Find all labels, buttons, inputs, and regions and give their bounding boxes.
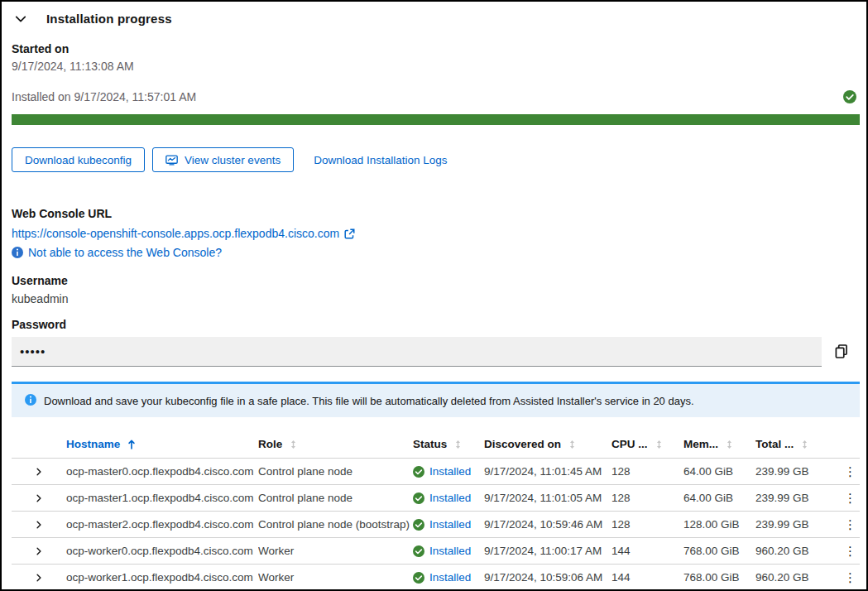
table-row: ocp-master2.ocp.flexpodb4.cisco.com Cont… [12, 512, 860, 538]
host-hostname: ocp-worker0.ocp.flexpodb4.cisco.com [66, 545, 258, 557]
host-status-link[interactable]: Installed [429, 492, 471, 504]
host-discovered-on: 9/17/2024, 11:01:05 AM [484, 492, 611, 504]
column-header-status[interactable]: Status [413, 438, 484, 450]
check-circle-icon [843, 90, 856, 103]
column-header-discovered-on[interactable]: Discovered on [484, 438, 611, 450]
host-status-link[interactable]: Installed [429, 518, 471, 531]
installed-on-text: Installed on 9/17/2024, 11:57:01 AM [12, 90, 196, 103]
host-hostname: ocp-master1.ocp.flexpodb4.cisco.com [66, 492, 258, 504]
column-header-hostname[interactable]: Hostname [66, 438, 258, 450]
check-circle-icon [413, 519, 424, 531]
host-hostname: ocp-master2.ocp.flexpodb4.cisco.com [66, 518, 258, 531]
host-total-storage: 960.20 GB [755, 545, 839, 557]
host-role: Control plane node (bootstrap) [258, 518, 413, 531]
hosts-table: Hostname Role Status Discovered on CPU .… [12, 430, 860, 591]
angle-right-icon [35, 468, 43, 476]
host-memory: 128.00 GiB [683, 518, 755, 531]
kubeconfig-info-alert-text: Download and save your kubeconfig file i… [44, 394, 694, 407]
row-actions-kebab-button[interactable]: ⋮ [839, 464, 860, 479]
expand-row-button[interactable] [29, 541, 49, 561]
row-actions-kebab-button[interactable]: ⋮ [839, 490, 860, 506]
column-header-role[interactable]: Role [258, 438, 413, 450]
host-total-storage: 239.99 GB [755, 492, 839, 504]
host-memory: 64.00 GiB [683, 465, 755, 478]
download-kubeconfig-button[interactable]: Download kubeconfig [12, 147, 145, 172]
column-header-total-storage[interactable]: Total ... [755, 438, 839, 450]
row-actions-kebab-button[interactable]: ⋮ [839, 569, 860, 585]
host-cpu-cores: 128 [611, 518, 683, 531]
arrows-vertical-icon [454, 440, 462, 449]
row-actions-kebab-button[interactable]: ⋮ [839, 543, 860, 559]
cpu-header-label: CPU ... [611, 438, 648, 450]
role-header-label: Role [258, 438, 282, 450]
host-cpu-cores: 128 [611, 492, 683, 504]
long-arrow-up-icon [127, 440, 136, 449]
password-field[interactable]: ••••• [12, 337, 822, 367]
host-cpu-cores: 144 [611, 571, 683, 584]
host-status-link[interactable]: Installed [429, 465, 471, 478]
host-total-storage: 239.99 GB [755, 518, 839, 531]
accordion-header-installation-progress[interactable]: Installation progress [12, 8, 856, 29]
arrows-vertical-icon [568, 440, 576, 449]
host-status-link[interactable]: Installed [429, 545, 471, 557]
external-link-icon[interactable] [344, 228, 355, 239]
kubeconfig-info-alert: Download and save your kubeconfig file i… [12, 382, 860, 417]
hosts-table-header: Hostname Role Status Discovered on CPU .… [12, 430, 860, 459]
total-storage-header-label: Total ... [755, 438, 794, 450]
angle-right-icon [35, 521, 43, 529]
info-icon [25, 394, 36, 406]
host-role: Worker [258, 571, 413, 584]
copy-password-button[interactable] [822, 337, 860, 367]
download-installation-logs-label: Download Installation Logs [314, 154, 447, 166]
web-console-url-link[interactable]: https://console-openshift-console.apps.o… [12, 227, 339, 240]
arrows-vertical-icon [655, 440, 663, 449]
discovered-on-header-label: Discovered on [484, 438, 561, 450]
table-row: ocp-worker1.ocp.flexpodb4.cisco.com Work… [12, 565, 860, 591]
web-console-help-label[interactable]: Not able to access the Web Console? [28, 246, 222, 259]
expand-row-button[interactable] [29, 515, 49, 535]
table-row: ocp-master0.ocp.flexpodb4.cisco.com Cont… [12, 459, 860, 485]
check-circle-icon [413, 545, 424, 557]
expand-row-button[interactable] [29, 488, 49, 508]
arrows-vertical-icon [726, 440, 733, 449]
arrows-vertical-icon [290, 440, 297, 449]
web-console-help-link[interactable]: Not able to access the Web Console? [12, 246, 856, 259]
table-row: ocp-worker0.ocp.flexpodb4.cisco.com Work… [12, 538, 860, 565]
status-header-label: Status [413, 438, 447, 450]
installation-progress-panel: Installation progress Started on 9/17/20… [0, 0, 868, 591]
username-value: kubeadmin [12, 292, 856, 305]
view-cluster-events-label: View cluster events [185, 154, 281, 166]
download-installation-logs-button[interactable]: Download Installation Logs [301, 149, 459, 171]
expand-row-button[interactable] [29, 568, 49, 588]
host-discovered-on: 9/17/2024, 11:01:45 AM [484, 465, 611, 478]
host-role: Control plane node [258, 465, 413, 478]
chevron-down-icon [15, 13, 26, 25]
host-total-storage: 239.99 GB [755, 465, 839, 478]
memory-header-label: Mem... [683, 438, 718, 450]
host-memory: 64.00 GiB [683, 492, 755, 504]
angle-right-icon [35, 547, 43, 555]
column-header-cpu[interactable]: CPU ... [611, 438, 683, 450]
check-circle-icon [413, 572, 424, 584]
host-cpu-cores: 144 [611, 545, 683, 557]
host-memory: 768.00 GiB [683, 545, 755, 557]
host-discovered-on: 9/17/2024, 10:59:06 AM [484, 571, 611, 584]
host-discovered-on: 9/17/2024, 10:59:46 AM [484, 518, 611, 531]
hostname-header-label: Hostname [66, 438, 120, 450]
host-total-storage: 960.20 GB [755, 571, 839, 584]
monitoring-icon [165, 155, 178, 166]
password-label: Password [12, 318, 856, 331]
expand-row-button[interactable] [29, 462, 49, 482]
host-status-link[interactable]: Installed [429, 571, 471, 584]
started-on-label: Started on [12, 42, 856, 55]
row-actions-kebab-button[interactable]: ⋮ [839, 517, 860, 532]
host-role: Control plane node [258, 492, 413, 504]
angle-right-icon [35, 494, 43, 502]
installation-progress-bar [12, 114, 860, 125]
host-hostname: ocp-master0.ocp.flexpodb4.cisco.com [66, 465, 258, 478]
column-header-memory[interactable]: Mem... [683, 438, 755, 450]
info-icon [12, 247, 23, 258]
view-cluster-events-button[interactable]: View cluster events [152, 147, 294, 172]
started-on-value: 9/17/2024, 11:13:08 AM [12, 60, 856, 73]
host-hostname: ocp-worker1.ocp.flexpodb4.cisco.com [66, 571, 258, 584]
